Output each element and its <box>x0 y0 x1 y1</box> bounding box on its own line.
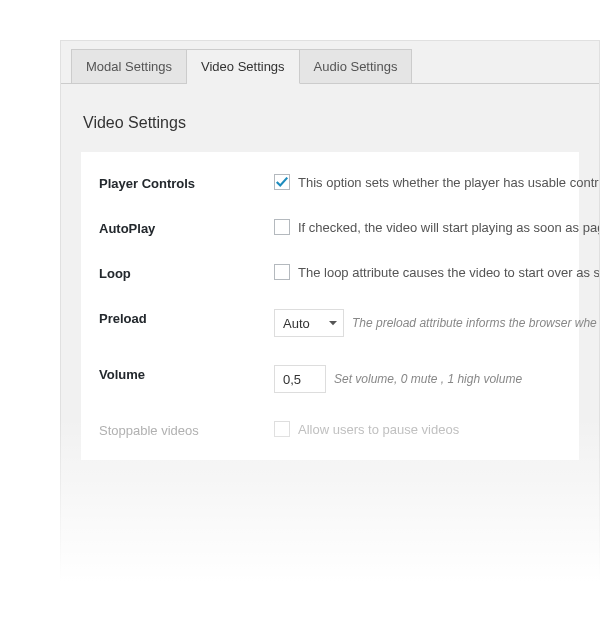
hint-preload: The preload attribute informs the browse… <box>352 316 597 330</box>
checkbox-player-controls[interactable] <box>274 174 290 190</box>
settings-container: Modal Settings Video Settings Audio Sett… <box>60 40 600 600</box>
hint-volume: Set volume, 0 mute , 1 high volume <box>334 372 522 386</box>
label-autoplay: AutoPlay <box>99 219 274 236</box>
select-preload[interactable]: Auto <box>274 309 344 337</box>
control-volume: Set volume, 0 mute , 1 high volume <box>274 365 561 393</box>
row-player-controls: Player Controls This option sets whether… <box>99 174 561 191</box>
label-stoppable-videos: Stoppable videos <box>99 421 274 438</box>
checkbox-stoppable-videos <box>274 421 290 437</box>
row-volume: Volume Set volume, 0 mute , 1 high volum… <box>99 365 561 393</box>
desc-player-controls: This option sets whether the player has … <box>298 175 599 190</box>
control-preload: Auto The preload attribute informs the b… <box>274 309 597 337</box>
label-preload: Preload <box>99 309 274 326</box>
label-player-controls: Player Controls <box>99 174 274 191</box>
desc-autoplay: If checked, the video will start playing… <box>298 220 600 235</box>
tab-modal-settings[interactable]: Modal Settings <box>71 49 187 83</box>
row-autoplay: AutoPlay If checked, the video will star… <box>99 219 561 236</box>
tab-bar: Modal Settings Video Settings Audio Sett… <box>61 41 599 84</box>
checkbox-loop[interactable] <box>274 264 290 280</box>
control-player-controls: This option sets whether the player has … <box>274 174 599 190</box>
desc-stoppable-videos: Allow users to pause videos <box>298 422 459 437</box>
input-volume[interactable] <box>274 365 326 393</box>
control-stoppable-videos: Allow users to pause videos <box>274 421 561 437</box>
settings-panel: Player Controls This option sets whether… <box>81 152 579 460</box>
row-loop: Loop The loop attribute causes the video… <box>99 264 561 281</box>
section-heading: Video Settings <box>83 114 579 132</box>
row-stoppable-videos: Stoppable videos Allow users to pause vi… <box>99 421 561 438</box>
desc-loop: The loop attribute causes the video to s… <box>298 265 600 280</box>
tab-audio-settings[interactable]: Audio Settings <box>300 49 413 83</box>
checkbox-autoplay[interactable] <box>274 219 290 235</box>
label-volume: Volume <box>99 365 274 382</box>
label-loop: Loop <box>99 264 274 281</box>
control-autoplay: If checked, the video will start playing… <box>274 219 600 235</box>
tab-content: Video Settings Player Controls This opti… <box>61 84 599 480</box>
checkmark-icon <box>275 175 289 189</box>
control-loop: The loop attribute causes the video to s… <box>274 264 600 280</box>
row-preload: Preload Auto The preload attribute infor… <box>99 309 561 337</box>
tab-video-settings[interactable]: Video Settings <box>187 49 300 84</box>
